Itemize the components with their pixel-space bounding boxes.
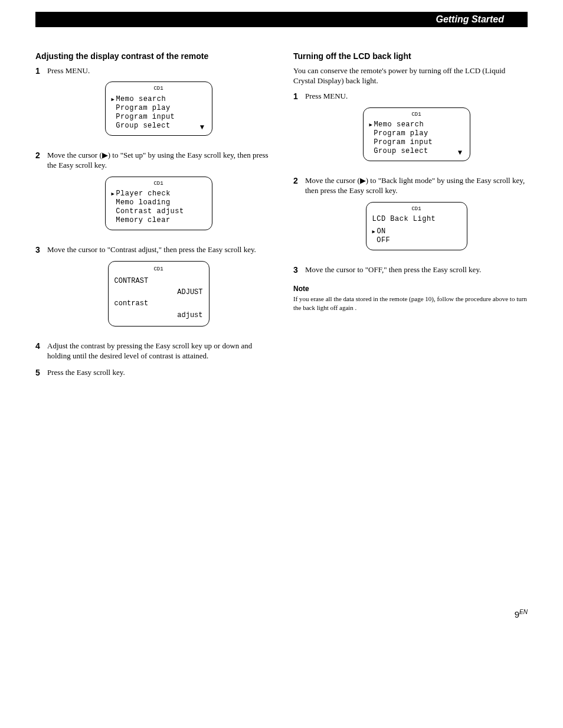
- lcd-header: CD1: [112, 181, 206, 187]
- page-number: 9EN: [35, 609, 528, 619]
- lcd-line: Memo loading: [112, 198, 206, 207]
- step-item: 4 Adjust the contrast by pressing the Ea…: [35, 341, 270, 361]
- step-body: Press MENU. CD1 Memo search Program play…: [47, 66, 270, 144]
- content-columns: Adjusting the display contrast of the re…: [35, 51, 528, 384]
- step-item: 3 Move the cursor to "Contrast adjust," …: [35, 244, 270, 335]
- left-section-title: Adjusting the display contrast of the re…: [35, 51, 270, 62]
- step-text: Press the Easy scroll key.: [47, 368, 125, 377]
- page-number-value: 9: [515, 609, 519, 619]
- step-item: 5 Press the Easy scroll key.: [35, 367, 270, 378]
- lcd-screen: CD1 Player check Memo loading Contrast a…: [105, 177, 212, 230]
- lcd-row: contrast: [114, 298, 203, 309]
- page: Getting Started Adjusting the display co…: [0, 0, 563, 643]
- lcd-screen: CD1 LCD Back Light ON OFF: [366, 202, 467, 250]
- step-item: 3 Move the cursor to "OFF," then press t…: [293, 265, 528, 276]
- step-item: 2 Move the cursor (▶) to "Set up" by usi…: [35, 150, 270, 239]
- lcd-line: ON: [372, 227, 461, 236]
- lcd-header: CD1: [372, 206, 461, 213]
- step-item: 1 Press MENU. CD1 Memo search Program pl…: [35, 66, 270, 144]
- step-number: 2: [35, 150, 47, 239]
- lcd-line: Group select: [112, 122, 206, 130]
- lcd-line: Memo search: [369, 120, 464, 129]
- step-text: Move the cursor (▶) to "Set up" by using…: [47, 151, 269, 170]
- step-body: Move the cursor (▶) to "Set up" by using…: [47, 150, 270, 239]
- lcd-header: CD1: [114, 265, 203, 273]
- step-body: Move the cursor to "Contrast adjust," th…: [47, 244, 270, 335]
- right-column: Turning off the LCD back light You can c…: [293, 51, 528, 384]
- lcd-screen: CD1 Memo search Program play Program inp…: [363, 107, 470, 161]
- step-text: Adjust the contrast by pressing the Easy…: [47, 341, 252, 361]
- step-text: Press MENU.: [47, 66, 90, 75]
- right-section-title: Turning off the LCD back light: [293, 51, 528, 62]
- lcd-line: Program input: [112, 113, 206, 122]
- lcd-row: adjust: [114, 310, 203, 321]
- step-number: 1: [293, 91, 305, 169]
- lcd-screen: CD1 CONTRAST ADJUST contrast: [108, 261, 210, 327]
- step-body: Move the cursor (▶) to "Back light mode"…: [305, 175, 528, 259]
- lcd-line: Program input: [369, 138, 464, 147]
- page-number-suffix: EN: [519, 609, 528, 615]
- lcd-row: CONTRAST: [114, 276, 203, 287]
- step-body: Press the Easy scroll key.: [47, 367, 270, 378]
- lcd-line: Player check: [112, 190, 206, 198]
- arrow-down-icon: ▼: [457, 148, 464, 157]
- lcd-screen: CD1 Memo search Program play Program inp…: [105, 81, 212, 135]
- lcd-text: adjust: [177, 310, 202, 321]
- header-section-label: Getting Started: [436, 14, 504, 25]
- lcd-line: Memo search: [112, 95, 206, 104]
- lcd-header: CD1: [112, 86, 206, 92]
- lcd-header: CD1: [369, 112, 464, 118]
- left-steps: 1 Press MENU. CD1 Memo search Program pl…: [35, 66, 270, 378]
- step-body: Move the cursor to "OFF," then press the…: [305, 265, 528, 276]
- step-number: 5: [35, 367, 47, 378]
- lcd-line: Program play: [369, 129, 464, 138]
- step-text: Move the cursor to "OFF," then press the…: [305, 265, 481, 274]
- lcd-row: ADJUST: [114, 287, 203, 298]
- lcd-line: Contrast adjust: [112, 207, 206, 216]
- arrow-down-icon: ▼: [199, 123, 206, 132]
- step-text: Press MENU.: [305, 92, 348, 100]
- lcd-line: Program play: [112, 104, 206, 113]
- step-number: 2: [293, 175, 305, 259]
- lcd-line: Memory clear: [112, 216, 206, 225]
- step-body: Press MENU. CD1 Memo search Program play…: [305, 91, 528, 169]
- lcd-text: contrast: [114, 298, 149, 309]
- note-body: If you erase all the data stored in the …: [293, 295, 528, 312]
- step-number: 4: [35, 341, 47, 361]
- lcd-title-line: LCD Back Light: [372, 215, 461, 224]
- step-item: 2 Move the cursor (▶) to "Back light mod…: [293, 175, 528, 259]
- lcd-line: Group select: [369, 147, 464, 156]
- right-intro: You can conserve the remote's power by t…: [293, 66, 528, 86]
- step-text: Move the cursor (▶) to "Back light mode"…: [305, 176, 525, 195]
- lcd-text: ADJUST: [177, 287, 202, 298]
- step-item: 1 Press MENU. CD1 Memo search Program pl…: [293, 91, 528, 169]
- lcd-line: OFF: [372, 236, 461, 245]
- right-steps: 1 Press MENU. CD1 Memo search Program pl…: [293, 91, 528, 276]
- step-body: Adjust the contrast by pressing the Easy…: [47, 341, 270, 361]
- step-text: Move the cursor to "Contrast adjust," th…: [47, 245, 256, 254]
- left-column: Adjusting the display contrast of the re…: [35, 51, 270, 384]
- step-number: 3: [293, 265, 305, 276]
- step-number: 3: [35, 244, 47, 335]
- header-bar: Getting Started: [35, 12, 528, 27]
- note-label: Note: [293, 284, 528, 293]
- lcd-text: CONTRAST: [114, 276, 149, 287]
- step-number: 1: [35, 66, 47, 144]
